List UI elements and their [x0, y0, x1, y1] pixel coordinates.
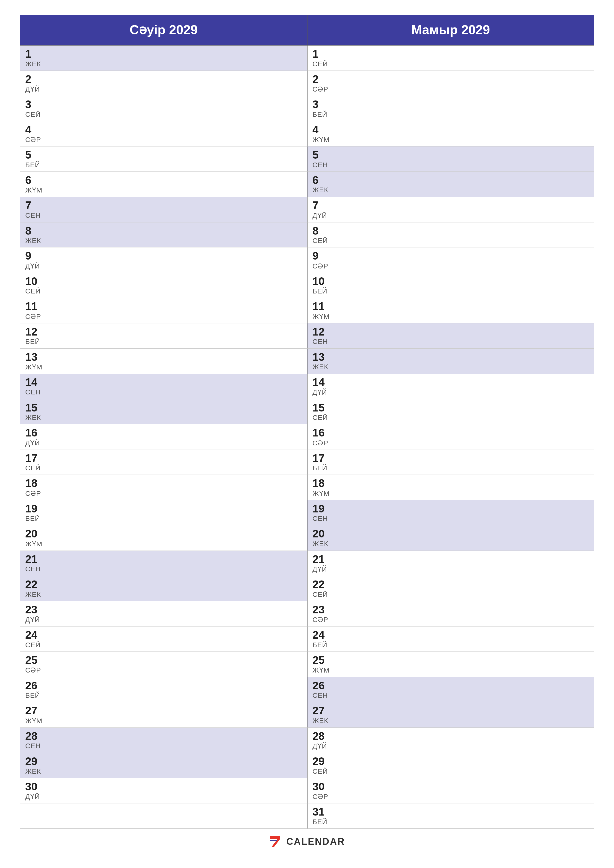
may-day-name-26: СЕН [312, 691, 589, 699]
april-day-25: 25СӘР [20, 652, 307, 677]
april-day-name-30: ДҮЙ [25, 792, 302, 801]
may-day-number-17: 17 [312, 452, 589, 464]
april-day-4: 4СӘР [20, 121, 307, 147]
may-day-name-23: СӘР [312, 615, 589, 624]
april-day-7: 7СЕН [20, 197, 307, 222]
may-day-11: 11ЖҮМ [307, 298, 594, 323]
april-day-name-19: БЕЙ [25, 515, 302, 522]
april-day-number-6: 6 [25, 174, 302, 186]
may-day-number-8: 8 [312, 225, 589, 237]
may-day-18: 18ЖҮМ [307, 475, 594, 500]
may-day-number-23: 23 [312, 604, 589, 615]
april-day-17: 17СЕЙ [20, 450, 307, 475]
april-day-number-28: 28 [25, 730, 302, 742]
april-day-name-21: СЕН [25, 565, 302, 573]
april-day-name-29: ЖЕК [25, 767, 302, 775]
april-day-number-27: 27 [25, 705, 302, 716]
april-day-2: 2ДҮЙ [20, 71, 307, 96]
april-day-number-5: 5 [25, 149, 302, 161]
april-day-5: 5БЕЙ [20, 146, 307, 172]
may-day-30: 30СӘР [307, 778, 594, 804]
may-day-21: 21ДҮЙ [307, 551, 594, 576]
april-day-number-30: 30 [25, 781, 302, 792]
may-day-name-25: ЖҮМ [312, 666, 589, 674]
april-day-12: 12БЕЙ [20, 323, 307, 349]
april-day-name-18: СӘР [25, 490, 302, 498]
april-day-1: 1ЖЕК [20, 45, 307, 71]
may-day-name-19: СЕН [312, 515, 589, 522]
calendar-grid: Сәуір 2029Мамыр 20291ЖЕК1СЕЙ2ДҮЙ2СӘР3СЕЙ… [20, 15, 594, 853]
april-day-name-10: СЕЙ [25, 287, 302, 295]
april-day-name-27: ЖҮМ [25, 717, 302, 725]
may-day-name-21: ДҮЙ [312, 565, 589, 573]
april-day-number-2: 2 [25, 73, 302, 85]
april-day-28: 28СЕН [20, 728, 307, 753]
april-day-29: 29ЖЕК [20, 753, 307, 778]
april-day-11: 11СӘР [20, 298, 307, 323]
april-day-20: 20ЖҮМ [20, 525, 307, 551]
may-day-13: 13ЖЕК [307, 349, 594, 374]
april-day-26: 26БЕЙ [20, 677, 307, 702]
april-day-number-1: 1 [25, 48, 302, 60]
may-day-name-17: БЕЙ [312, 464, 589, 472]
may-day-number-25: 25 [312, 654, 589, 666]
april-day-18: 18СӘР [20, 475, 307, 500]
may-day-number-29: 29 [312, 755, 589, 767]
may-day-name-12: СЕН [312, 338, 589, 346]
may-day-3: 3БЕЙ [307, 96, 594, 121]
april-day-10: 10СЕЙ [20, 273, 307, 298]
may-day-name-1: СЕЙ [312, 60, 589, 68]
april-day-number-23: 23 [25, 604, 302, 615]
april-day-name-9: ДҮЙ [25, 262, 302, 270]
april-day-name-3: СЕЙ [25, 111, 302, 119]
svg-marker-1 [270, 836, 280, 847]
april-day-number-20: 20 [25, 528, 302, 539]
april-day-number-9: 9 [25, 250, 302, 262]
may-day-name-7: ДҮЙ [312, 212, 589, 220]
april-day-number-18: 18 [25, 477, 302, 489]
april-day-21: 21СЕН [20, 551, 307, 576]
may-day-25: 25ЖҮМ [307, 652, 594, 677]
april-day-23: 23ДҮЙ [20, 601, 307, 627]
may-day-name-11: ЖҮМ [312, 313, 589, 321]
logo-icon [269, 835, 282, 848]
may-day-number-3: 3 [312, 98, 589, 110]
may-day-name-20: ЖЕК [312, 540, 589, 548]
april-day-number-24: 24 [25, 629, 302, 641]
may-day-number-7: 7 [312, 200, 589, 211]
may-day-number-30: 30 [312, 781, 589, 792]
april-day-name-6: ЖҮМ [25, 186, 302, 194]
may-day-name-2: СӘР [312, 85, 589, 93]
may-day-name-10: БЕЙ [312, 287, 589, 295]
may-day-22: 22СЕЙ [307, 576, 594, 601]
may-header: Мамыр 2029 [307, 16, 594, 45]
april-day-name-7: СЕН [25, 212, 302, 220]
april-day-name-20: ЖҮМ [25, 540, 302, 548]
april-day-name-1: ЖЕК [25, 60, 302, 68]
april-day-6: 6ЖҮМ [20, 172, 307, 197]
may-day-1: 1СЕЙ [307, 45, 594, 71]
may-day-name-29: СЕЙ [312, 767, 589, 775]
april-day-number-10: 10 [25, 275, 302, 287]
april-day-number-13: 13 [25, 351, 302, 363]
may-day-16: 16СӘР [307, 424, 594, 450]
april-day-15: 15ЖЕК [20, 399, 307, 425]
may-day-17: 17БЕЙ [307, 450, 594, 475]
may-day-number-10: 10 [312, 275, 589, 287]
may-day-number-16: 16 [312, 427, 589, 439]
april-day-14: 14СЕН [20, 374, 307, 399]
april-day-name-24: СЕЙ [25, 641, 302, 649]
may-day-name-13: ЖЕК [312, 363, 589, 371]
may-day-20: 20ЖЕК [307, 525, 594, 551]
april-day-number-29: 29 [25, 755, 302, 767]
april-day-number-11: 11 [25, 301, 302, 312]
may-day-number-24: 24 [312, 629, 589, 641]
april-day-number-16: 16 [25, 427, 302, 439]
may-day-number-12: 12 [312, 326, 589, 338]
april-day-number-3: 3 [25, 98, 302, 110]
april-day-19: 19БЕЙ [20, 500, 307, 525]
may-day-number-1: 1 [312, 48, 589, 60]
may-day-number-14: 14 [312, 377, 589, 388]
april-day-number-15: 15 [25, 402, 302, 414]
may-day-name-15: СЕЙ [312, 414, 589, 422]
